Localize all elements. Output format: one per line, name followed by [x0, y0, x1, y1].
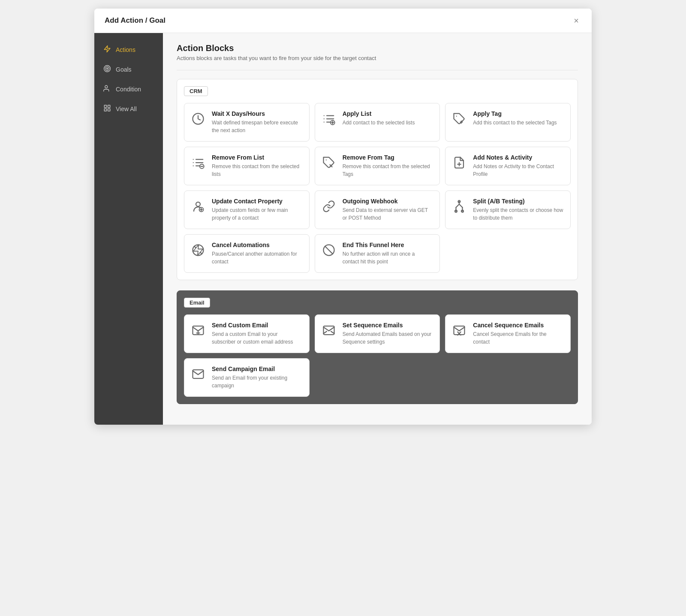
email-cancel-icon: [451, 323, 467, 338]
card-wait[interactable]: Wait X Days/Hours Wait defined timespan …: [184, 103, 310, 142]
grid-icon: [103, 104, 111, 114]
section-divider: [177, 70, 578, 70]
list-add-icon: [321, 111, 337, 127]
crm-cards-grid: Wait X Days/Hours Wait defined timespan …: [177, 103, 578, 273]
cancel-sequence-desc: Cancel Sequence Emails for the contact: [473, 330, 563, 346]
card-remove-list[interactable]: Remove From List Remove this contact fro…: [184, 147, 310, 185]
card-update-property[interactable]: Update Contact Property Update custom fi…: [184, 190, 310, 229]
remove-tag-title: Remove From Tag: [343, 154, 433, 161]
card-cancel-sequence[interactable]: Cancel Sequence Emails Cancel Sequence E…: [445, 314, 571, 353]
set-sequence-desc: Send Automated Emails based on your Sequ…: [343, 330, 433, 346]
sidebar-actions-label: Actions: [116, 46, 135, 53]
end-funnel-icon: [321, 242, 337, 258]
card-add-notes[interactable]: Add Notes & Activity Add Notes or Activi…: [445, 147, 571, 185]
update-property-title: Update Contact Property: [212, 198, 302, 205]
section-title: Action Blocks: [177, 43, 578, 53]
condition-icon: [103, 85, 111, 94]
close-button[interactable]: ×: [571, 15, 581, 26]
cancel-sequence-title: Cancel Sequence Emails: [473, 322, 563, 329]
modal-header: Add Action / Goal ×: [94, 9, 592, 33]
cancel-auto-icon: [190, 242, 206, 258]
cancel-auto-title: Cancel Automations: [212, 242, 302, 248]
svg-rect-8: [104, 109, 106, 111]
sidebar-goals-label: Goals: [116, 66, 132, 73]
apply-tag-desc: Add this contact to the selected Tags: [473, 119, 557, 127]
settings-person-icon: [190, 199, 206, 214]
remove-tag-desc: Remove this contact from the selected Ta…: [343, 163, 433, 178]
modal-body: Actions Goals Condition: [94, 33, 592, 425]
sidebar: Actions Goals Condition: [94, 33, 163, 425]
remove-list-title: Remove From List: [212, 154, 302, 161]
apply-tag-title: Apply Tag: [473, 110, 557, 117]
section-description: Actions blocks are tasks that you want t…: [177, 55, 578, 61]
wait-title: Wait X Days/Hours: [212, 110, 302, 117]
send-campaign-desc: Send an Email from your existing campaig…: [212, 374, 302, 390]
modal: Add Action / Goal × Actions Goals: [94, 9, 592, 425]
update-property-desc: Update custom fields or few main propert…: [212, 206, 302, 222]
svg-point-3: [107, 68, 108, 69]
sidebar-item-view-all[interactable]: View All: [94, 99, 163, 119]
list-remove-icon: [190, 155, 206, 170]
send-custom-email-title: Send Custom Email: [212, 322, 302, 329]
email-label: Email: [184, 298, 210, 308]
category-email: Email Send Custom Email: [177, 290, 578, 404]
send-custom-email-desc: Send a custom Email to your subscriber o…: [212, 330, 302, 346]
modal-title: Add Action / Goal: [105, 16, 165, 25]
sidebar-condition-label: Condition: [116, 86, 141, 93]
webhook-title: Outgoing Webhook: [343, 198, 433, 205]
category-crm: CRM Wait X Days/Hours Wait defined times…: [177, 79, 578, 280]
card-remove-tag[interactable]: Remove From Tag Remove this contact from…: [315, 147, 440, 185]
card-set-sequence[interactable]: Set Sequence Emails Send Automated Email…: [315, 314, 440, 353]
card-end-funnel[interactable]: End This Funnel Here No further action w…: [315, 234, 440, 273]
card-webhook[interactable]: Outgoing Webhook Send Data to external s…: [315, 190, 440, 229]
sidebar-item-condition[interactable]: Condition: [94, 79, 163, 99]
sidebar-item-actions[interactable]: Actions: [94, 40, 163, 60]
sidebar-item-goals[interactable]: Goals: [94, 60, 163, 79]
card-send-custom-email[interactable]: Send Custom Email Send a custom Email to…: [184, 314, 310, 353]
svg-point-35: [196, 202, 200, 206]
set-sequence-title: Set Sequence Emails: [343, 322, 433, 329]
crm-label: CRM: [184, 86, 208, 96]
svg-rect-5: [104, 105, 106, 107]
add-notes-title: Add Notes & Activity: [473, 154, 563, 161]
sidebar-viewall-label: View All: [116, 106, 137, 112]
end-funnel-title: End This Funnel Here: [343, 242, 433, 248]
split-title: Split (A/B Testing): [473, 198, 563, 205]
split-icon: [451, 199, 467, 214]
email-cards-grid: Send Custom Email Send a custom Email to…: [177, 314, 578, 397]
cancel-auto-desc: Pause/Cancel another automation for cont…: [212, 250, 302, 266]
tag-remove-icon: [321, 155, 337, 170]
svg-rect-6: [108, 105, 110, 107]
tag-add-icon: [451, 111, 467, 127]
goals-icon: [103, 65, 111, 74]
lightning-icon: [103, 45, 111, 54]
add-notes-desc: Add Notes or Activity to the Contact Pro…: [473, 163, 563, 178]
wait-desc: Wait defined timespan before execute the…: [212, 119, 302, 134]
webhook-desc: Send Data to external server via GET or …: [343, 206, 433, 222]
card-split[interactable]: Split (A/B Testing) Evenly split the con…: [445, 190, 571, 229]
end-funnel-desc: No further action will run once a contac…: [343, 250, 433, 266]
svg-marker-0: [104, 46, 110, 52]
svg-point-2: [105, 67, 109, 71]
apply-list-desc: Add contact to the selected lists: [343, 119, 415, 127]
svg-point-4: [105, 85, 108, 88]
svg-rect-7: [108, 109, 110, 111]
webhook-icon: [321, 199, 337, 214]
apply-list-title: Apply List: [343, 110, 415, 117]
notes-icon: [451, 155, 467, 170]
email-sequence-icon: [321, 323, 337, 338]
remove-list-desc: Remove this contact from the selected li…: [212, 163, 302, 178]
card-cancel-automations[interactable]: Cancel Automations Pause/Cancel another …: [184, 234, 310, 273]
email-campaign-icon: [190, 366, 206, 382]
email-custom-icon: [190, 323, 206, 338]
card-apply-tag[interactable]: Apply Tag Add this contact to the select…: [445, 103, 571, 142]
split-desc: Evenly split the contacts or choose how …: [473, 206, 563, 222]
send-campaign-title: Send Campaign Email: [212, 365, 302, 372]
main-content: Action Blocks Actions blocks are tasks t…: [163, 33, 592, 425]
svg-line-48: [325, 246, 333, 254]
card-send-campaign[interactable]: Send Campaign Email Send an Email from y…: [184, 358, 310, 397]
card-apply-list[interactable]: Apply List Add contact to the selected l…: [315, 103, 440, 142]
clock-icon: [190, 111, 206, 127]
svg-point-1: [104, 66, 111, 72]
